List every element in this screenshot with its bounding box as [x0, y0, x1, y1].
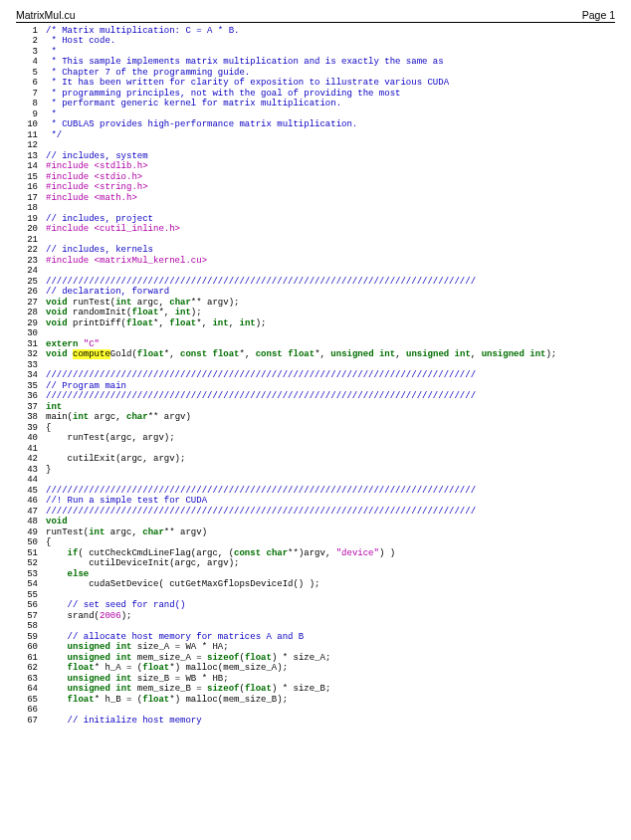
code-line: 25//////////////////////////////////////… [16, 277, 615, 288]
code-content: void printDiff(float*, float*, int, int)… [46, 318, 615, 329]
line-number: 30 [16, 328, 46, 339]
code-content: extern "C" [46, 339, 615, 350]
line-number: 54 [16, 579, 46, 590]
line-number: 5 [16, 68, 46, 79]
filename-label: MatrixMul.cu [16, 10, 76, 21]
code-content [46, 705, 615, 716]
code-content: cutilExit(argc, argv); [46, 454, 615, 465]
line-number: 35 [16, 381, 46, 392]
code-content: // declaration, forward [46, 287, 615, 298]
code-line: 12 [16, 140, 615, 151]
code-content: * performant generic kernel for matrix m… [46, 99, 615, 109]
code-line: 10 * CUBLAS provides high-performance ma… [16, 119, 615, 130]
code-content [46, 444, 615, 455]
code-line: 64 unsigned int mem_size_B = sizeof(floa… [16, 684, 615, 695]
code-content [46, 203, 615, 214]
line-number: 33 [16, 360, 46, 371]
code-content: main(int argc, char** argv) [46, 412, 615, 423]
code-content: * CUBLAS provides high-performance matri… [46, 119, 615, 130]
code-content: srand(2006); [46, 611, 615, 622]
line-number: 2 [16, 36, 46, 47]
code-content: // Program main [46, 381, 615, 392]
code-line: 51 if( cutCheckCmdLineFlag(argc, (const … [16, 548, 615, 559]
code-content: #include <math.h> [46, 193, 615, 204]
code-line: 35// Program main [16, 381, 615, 392]
line-number: 17 [16, 193, 46, 204]
line-number: 26 [16, 287, 46, 298]
page: MatrixMul.cu Page 1 1/* Matrix multiplic… [0, 0, 631, 730]
code-line: 27void runTest(int argc, char** argv); [16, 298, 615, 309]
code-content: * Chapter 7 of the programming guide. [46, 68, 615, 79]
code-line: 13// includes, system [16, 151, 615, 162]
line-number: 45 [16, 486, 46, 497]
code-line: 30 [16, 328, 615, 339]
line-number: 37 [16, 402, 46, 413]
code-content: float* h_B = (float*) malloc(mem_size_B)… [46, 695, 615, 706]
line-number: 48 [16, 517, 46, 527]
line-number: 43 [16, 465, 46, 476]
code-line: 22// includes, kernels [16, 245, 615, 256]
code-content: // includes, system [46, 151, 615, 162]
code-line: 62 float* h_A = (float*) malloc(mem_size… [16, 663, 615, 674]
code-content: */ [46, 130, 615, 141]
line-number: 62 [16, 663, 46, 674]
line-number: 3 [16, 47, 46, 58]
code-line: 48void [16, 517, 615, 527]
line-number: 60 [16, 642, 46, 653]
code-line: 36//////////////////////////////////////… [16, 391, 615, 402]
code-line: 53 else [16, 569, 615, 580]
code-content: float* h_A = (float*) malloc(mem_size_A)… [46, 663, 615, 674]
line-number: 34 [16, 370, 46, 381]
code-line: 34//////////////////////////////////////… [16, 370, 615, 381]
code-content: // initialize host memory [46, 716, 615, 727]
code-line: 67 // initialize host memory [16, 716, 615, 727]
code-content: ////////////////////////////////////////… [46, 277, 615, 288]
source-code-listing: 1/* Matrix multiplication: C = A * B.2 *… [16, 26, 615, 727]
code-line: 6 * It has been written for clarity of e… [16, 78, 615, 89]
line-number: 24 [16, 266, 46, 277]
code-content: * Host code. [46, 36, 615, 47]
code-line: 44 [16, 475, 615, 486]
code-line: 16#include <string.h> [16, 182, 615, 193]
line-number: 8 [16, 99, 46, 109]
line-number: 57 [16, 611, 46, 622]
code-line: 26// declaration, forward [16, 287, 615, 298]
code-line: 31extern "C" [16, 339, 615, 350]
line-number: 32 [16, 349, 46, 360]
code-content: if( cutCheckCmdLineFlag(argc, (const cha… [46, 548, 615, 559]
code-line: 9 * [16, 109, 615, 120]
line-number: 28 [16, 308, 46, 318]
code-content: cutilDeviceInit(argc, argv); [46, 558, 615, 569]
line-number: 11 [16, 130, 46, 141]
code-line: 66 [16, 705, 615, 716]
code-content: unsigned int size_B = WB * HB; [46, 674, 615, 685]
code-content: * It has been written for clarity of exp… [46, 78, 615, 89]
line-number: 40 [16, 433, 46, 444]
line-number: 13 [16, 151, 46, 162]
line-number: 46 [16, 496, 46, 507]
code-content: void randomInit(float*, int); [46, 308, 615, 318]
line-number: 36 [16, 391, 46, 402]
code-content: else [46, 569, 615, 580]
line-number: 29 [16, 318, 46, 329]
code-line: 2 * Host code. [16, 36, 615, 47]
code-line: 58 [16, 621, 615, 632]
line-number: 15 [16, 172, 46, 183]
code-line: 15#include <stdio.h> [16, 172, 615, 183]
code-line: 3 * [16, 47, 615, 58]
line-number: 49 [16, 527, 46, 538]
line-number: 65 [16, 695, 46, 706]
code-content [46, 140, 615, 151]
code-line: 55 [16, 590, 615, 601]
code-line: 19// includes, project [16, 214, 615, 225]
code-line: 56 // set seed for rand() [16, 600, 615, 611]
code-content: ////////////////////////////////////////… [46, 370, 615, 381]
line-number: 50 [16, 537, 46, 548]
line-number: 67 [16, 716, 46, 727]
page-header: MatrixMul.cu Page 1 [16, 10, 615, 23]
code-content: #include <matrixMul_kernel.cu> [46, 256, 615, 267]
code-content: ////////////////////////////////////////… [46, 486, 615, 497]
code-line: 32void computeGold(float*, const float*,… [16, 349, 615, 360]
code-content [46, 328, 615, 339]
code-content: ////////////////////////////////////////… [46, 507, 615, 518]
